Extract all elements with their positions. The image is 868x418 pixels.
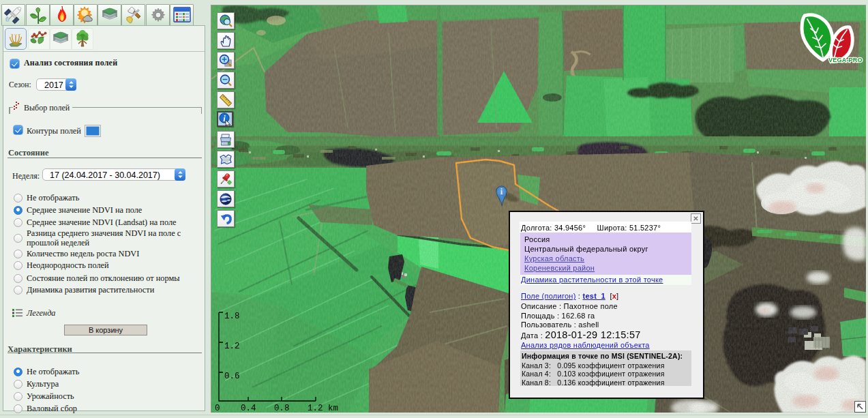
svg-text:1.2: 1.2 — [224, 342, 240, 351]
svg-text:1.8: 1.8 — [224, 312, 240, 321]
svg-text:0: 0 — [215, 404, 220, 413]
svg-text:1.2 km: 1.2 km — [308, 404, 338, 413]
svg-text:VEGA-PRO: VEGA-PRO — [828, 57, 863, 63]
svg-text:0.4: 0.4 — [241, 404, 256, 413]
svg-text:0.8: 0.8 — [274, 404, 290, 413]
svg-text:0.6: 0.6 — [224, 372, 240, 381]
